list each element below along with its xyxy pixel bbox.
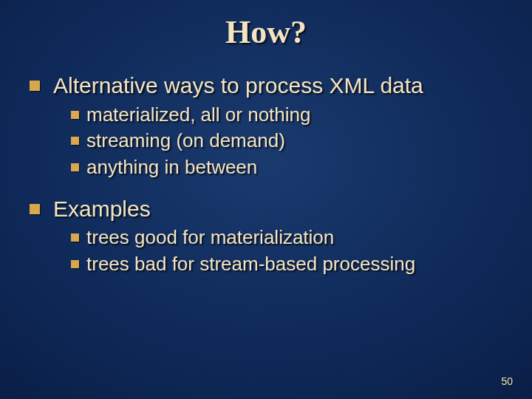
bullet-text: streaming (on demand) [86,129,285,154]
slide-title: How? [0,0,532,51]
square-bullet-icon [30,204,40,214]
square-bullet-icon [71,260,79,268]
slide-container: How? Alternative ways to process XML dat… [0,0,532,399]
bullet-text: trees bad for stream-based processing [86,252,415,277]
bullet-text: materialized, all or nothing [86,103,311,128]
square-bullet-icon [71,233,79,242]
slide-body: Alternative ways to process XML data mat… [0,51,532,277]
bullet-level2: streaming (on demand) [71,129,502,154]
bullet-text: trees good for materialization [86,225,334,250]
bullet-level2: trees bad for stream-based processing [71,252,502,277]
square-bullet-icon [71,111,79,119]
square-bullet-icon [71,137,79,145]
bullet-level1: Examples [30,195,502,223]
bullet-text: anything in between [86,155,257,180]
spacer [30,182,502,189]
section-heading: Alternative ways to process XML data [53,72,423,100]
bullet-level1: Alternative ways to process XML data [30,72,502,100]
title-text: How? [225,14,307,50]
page-number: 50 [501,375,513,387]
bullet-level2: trees good for materialization [71,225,502,250]
square-bullet-icon [30,81,40,91]
bullet-level2: anything in between [71,155,502,180]
square-bullet-icon [71,163,79,171]
bullet-level2: materialized, all or nothing [71,103,502,128]
section-heading: Examples [53,195,151,223]
